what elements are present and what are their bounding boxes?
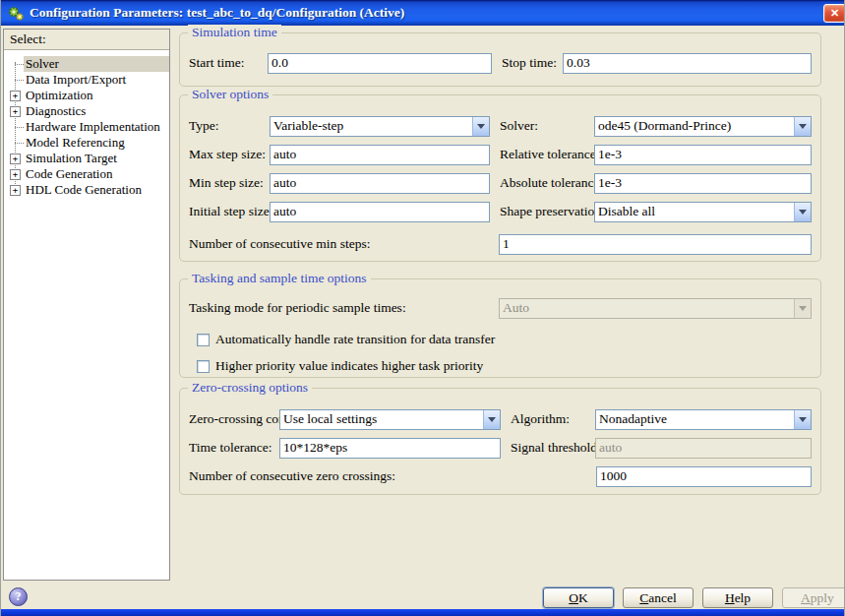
- chevron-down-icon[interactable]: [472, 117, 489, 136]
- tasking-mode-dropdown: Auto: [499, 298, 812, 319]
- tree-expand-icon[interactable]: +: [10, 185, 21, 196]
- absolute-tolerance-label: Absolute tolerance:: [500, 175, 594, 191]
- stop-time-label: Stop time:: [502, 55, 563, 71]
- shape-preservation-label: Shape preservation:: [500, 204, 594, 219]
- configuration-parameters-window: Configuration Parameters: test_abc_to_dq…: [0, 0, 845, 616]
- tree-connector: [10, 143, 24, 144]
- tree-expand-icon[interactable]: +: [10, 169, 21, 180]
- rate-transition-checkbox[interactable]: [197, 334, 210, 346]
- sidebar: Select: Solver Data Import/Export + Opti…: [3, 29, 170, 581]
- initial-step-size-input[interactable]: [270, 202, 490, 222]
- window-title: Configuration Parameters: test_abc_to_dq…: [30, 5, 404, 21]
- sidebar-item-solver[interactable]: Solver: [10, 56, 169, 72]
- time-tolerance-label: Time tolerance:: [189, 440, 279, 456]
- sidebar-item-optimization[interactable]: + Optimization: [10, 88, 169, 103]
- min-step-size-label: Min step size:: [189, 175, 270, 191]
- consecutive-min-steps-label: Number of consecutive min steps:: [189, 236, 499, 252]
- tasking-options-title: Tasking and sample time options: [188, 271, 371, 286]
- solver-options-group: Solver options Type: Variable-step Solve…: [179, 94, 821, 262]
- titlebar: Configuration Parameters: test_abc_to_dq…: [1, 0, 844, 26]
- help-icon[interactable]: ?: [9, 587, 28, 606]
- algorithm-label: Algorithm:: [511, 411, 595, 427]
- sidebar-item-simulation-target[interactable]: + Simulation Target: [10, 151, 169, 166]
- simulink-config-icon: [7, 4, 25, 22]
- cancel-button[interactable]: Cancel: [623, 587, 694, 608]
- solver-label: Solver:: [500, 118, 594, 134]
- start-time-input[interactable]: [268, 53, 492, 74]
- ok-button[interactable]: OK: [543, 587, 614, 608]
- higher-priority-checkbox-label: Higher priority value indicates higher t…: [215, 358, 483, 374]
- max-step-size-input[interactable]: [270, 145, 490, 165]
- configuration-tree: Solver Data Import/Export + Optimization…: [4, 50, 169, 198]
- stop-time-input[interactable]: [563, 53, 812, 74]
- relative-tolerance-input[interactable]: [594, 145, 812, 165]
- tree-expand-icon[interactable]: +: [10, 154, 21, 164]
- max-step-size-label: Max step size:: [189, 147, 270, 162]
- chevron-down-icon[interactable]: [794, 203, 811, 221]
- tasking-mode-label: Tasking mode for periodic sample times:: [189, 300, 499, 316]
- sidebar-item-code-generation[interactable]: + Code Generation: [10, 166, 169, 182]
- apply-button: Apply: [782, 587, 845, 608]
- algorithm-dropdown[interactable]: Nonadaptive: [595, 409, 812, 430]
- tasking-options-group: Tasking and sample time options Tasking …: [179, 278, 821, 378]
- consecutive-zero-crossings-input[interactable]: [596, 466, 812, 487]
- chevron-down-icon[interactable]: [794, 410, 811, 429]
- chevron-down-icon: [794, 299, 811, 318]
- higher-priority-checkbox[interactable]: [197, 360, 210, 373]
- sidebar-item-hardware-implementation[interactable]: Hardware Implementation: [10, 119, 169, 135]
- tree-connector: [10, 127, 24, 128]
- relative-tolerance-label: Relative tolerance:: [500, 147, 594, 162]
- consecutive-min-steps-input[interactable]: [499, 234, 812, 255]
- zero-crossing-control-label: Zero-crossing control:: [189, 411, 279, 427]
- chevron-down-icon[interactable]: [483, 410, 500, 429]
- signal-threshold-label: Signal threshold:: [511, 440, 595, 456]
- sidebar-select-label: Select:: [4, 30, 169, 50]
- sidebar-item-data-import-export[interactable]: Data Import/Export: [10, 72, 169, 88]
- sidebar-item-model-referencing[interactable]: Model Referencing: [10, 135, 169, 151]
- time-tolerance-input[interactable]: [279, 438, 501, 459]
- simulation-time-group: Simulation time Start time: Stop time:: [179, 32, 821, 87]
- tree-connector: [10, 64, 24, 65]
- sidebar-item-diagnostics[interactable]: + Diagnostics: [10, 103, 169, 119]
- simulation-time-title: Simulation time: [188, 25, 281, 40]
- initial-step-size-label: Initial step size:: [189, 204, 270, 219]
- shape-preservation-dropdown[interactable]: Disable all: [594, 202, 812, 222]
- min-step-size-input[interactable]: [270, 173, 490, 194]
- sidebar-item-hdl-code-generation[interactable]: + HDL Code Generation: [10, 182, 169, 198]
- rate-transition-checkbox-label: Automatically handle rate transition for…: [215, 332, 495, 347]
- consecutive-zero-crossings-label: Number of consecutive zero crossings:: [189, 468, 596, 484]
- solver-options-title: Solver options: [188, 87, 272, 102]
- help-button[interactable]: Help: [702, 587, 773, 608]
- chevron-down-icon[interactable]: [794, 117, 811, 136]
- type-dropdown[interactable]: Variable-step: [270, 116, 490, 137]
- tree-expand-icon[interactable]: +: [10, 106, 21, 117]
- signal-threshold-input: [595, 438, 812, 459]
- tree-connector: [10, 80, 24, 81]
- zero-crossing-options-group: Zero-crossing options Zero-crossing cont…: [179, 388, 821, 495]
- start-time-label: Start time:: [189, 55, 268, 71]
- window-bottom-border: [1, 609, 844, 616]
- footer-buttons: OK Cancel Help Apply: [543, 587, 845, 608]
- zero-crossing-control-dropdown[interactable]: Use local settings: [279, 409, 501, 430]
- absolute-tolerance-input[interactable]: [594, 173, 812, 194]
- tree-expand-icon[interactable]: +: [10, 91, 21, 101]
- type-label: Type:: [189, 118, 270, 134]
- solver-dropdown[interactable]: ode45 (Dormand-Prince): [594, 116, 812, 137]
- close-button[interactable]: ✕: [823, 4, 845, 23]
- zero-crossing-options-title: Zero-crossing options: [188, 380, 312, 396]
